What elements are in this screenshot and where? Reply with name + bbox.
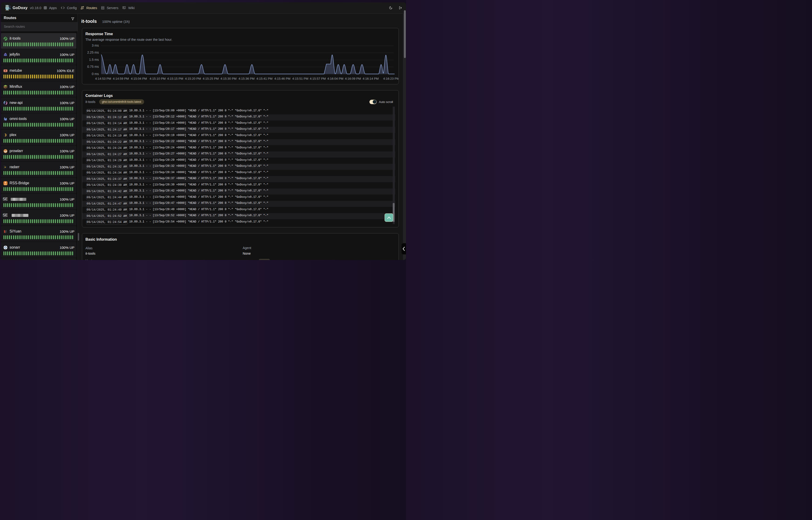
svg-text:Bridge: Bridge: [4, 184, 6, 185]
